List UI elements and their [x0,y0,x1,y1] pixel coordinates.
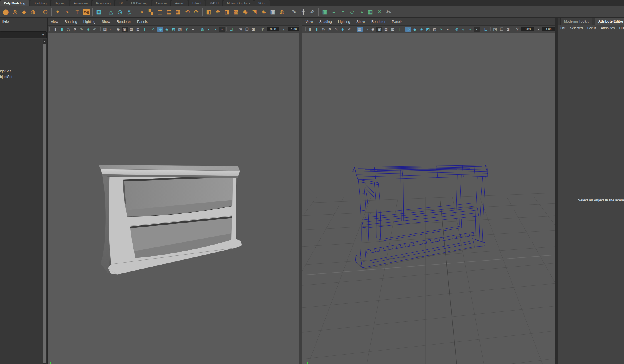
shelf-tab-rendering[interactable]: Rendering [92,0,115,6]
ae-menu-list[interactable]: List [558,26,568,30]
combine-icon[interactable]: ◑ [137,8,146,16]
toolbar-grip[interactable] [49,27,51,31]
gate-mask-icon[interactable]: ▣ [122,27,128,32]
circularize-icon[interactable]: ◉ [241,8,250,16]
platonic-solid-icon[interactable]: ⌬ [41,8,50,16]
isolate-select-icon[interactable]: ☐ [483,27,489,32]
uv-planar-projection-icon[interactable]: ▣ [320,8,329,16]
shelf-tab-fx[interactable]: FX [115,0,127,6]
crop-region-icon[interactable]: ⊠ [250,27,256,32]
wireframe-on-shaded-icon[interactable]: ◩ [170,27,176,32]
shadows-icon[interactable]: ● [190,27,196,32]
camera-attributes-icon[interactable]: ◎ [65,27,71,32]
gamma-icon[interactable]: ◑ [535,27,541,32]
uv-cylindrical-projection-icon[interactable]: ◒ [330,8,338,16]
outliner-item[interactable]: ightSet [0,69,11,73]
motion-blur-icon[interactable]: ◐ [460,27,466,32]
reset-transform-icon[interactable]: ◷ [116,8,124,16]
construction-plane-icon[interactable]: △ [107,8,115,16]
fog-icon[interactable]: ◖ [212,27,218,32]
paint-brush-icon[interactable]: ✐ [346,27,352,32]
outliner-scrollbar[interactable]: ▲ [43,39,47,364]
viewport-menu-shading[interactable]: Shading [316,20,335,24]
shelf-tab-poly-modeling[interactable]: Poly Modeling [0,0,29,6]
camera-icon[interactable]: ▮ [52,27,58,32]
xray-icon[interactable]: ▨ [432,27,438,32]
viewport-canvas-wireframe[interactable] [302,33,555,364]
shelf-tab-mash[interactable]: MASH [206,0,223,6]
motion-blur-icon[interactable]: ◐ [206,27,212,32]
bevel-icon[interactable]: ❖ [214,8,222,16]
bookmark-icon[interactable]: ⚑ [72,27,78,32]
svg-tool-icon[interactable]: svg [82,8,91,16]
safe-action-icon[interactable]: ⊡ [135,27,141,32]
panel-divider[interactable] [555,18,558,364]
sphere-grid-icon[interactable]: ◍ [278,8,286,16]
shelf-tab-xgen[interactable]: XGen [254,0,270,6]
isolate-select-icon[interactable]: ☐ [228,27,234,32]
retopologize-icon[interactable]: ⟲ [183,8,192,16]
ae-menu-focus[interactable]: Focus [585,26,599,30]
append-polygon-icon[interactable]: ▨ [232,8,240,16]
exposure-icon[interactable]: ✳ [514,27,520,32]
average-vertices-icon[interactable]: ◈ [259,8,268,16]
exposure-icon[interactable]: ✳ [260,27,266,32]
outliner-item[interactable]: bjectSet [0,75,12,79]
viewport-divider[interactable] [299,18,302,364]
ambient-occlusion-icon[interactable]: ◍ [199,27,205,32]
grid-icon[interactable]: ▦ [102,27,108,32]
outliner-list[interactable]: ightSetbjectSet ▲ [0,39,47,364]
film-gate-icon[interactable]: ▭ [363,27,369,32]
shelf-tab-arnold[interactable]: Arnold [171,0,188,6]
ae-menu-selected[interactable]: Selected [568,26,585,30]
viewport-menu-show[interactable]: Show [99,20,113,24]
curves-star-icon[interactable]: ✦ [53,8,62,16]
toolbar-grip[interactable] [354,27,355,31]
gamma-field[interactable]: 1.00 [542,27,555,31]
viewport-menu-show[interactable]: Show [353,20,368,24]
toolbar-grip[interactable] [99,27,101,31]
object-transparency-icon[interactable]: ❐ [499,27,505,32]
poly-sphere-icon[interactable]: ⬤ [1,8,10,16]
viewport-menu-panels[interactable]: Panels [389,20,406,24]
quad-draw-icon[interactable]: ✎ [290,8,298,16]
viewport-menu-renderer[interactable]: Renderer [113,20,134,24]
ae-menu-attributes[interactable]: Attributes [599,26,617,30]
wireframe-cube-icon[interactable]: ◇ [405,27,411,32]
lights-icon[interactable]: ☀ [184,27,190,32]
uv-stitch-needle-icon[interactable]: ✄ [384,8,393,16]
textured-cube-icon[interactable]: ◈ [164,27,170,32]
viewport-menu-renderer[interactable]: Renderer [368,20,389,24]
bridge-icon[interactable]: ◨ [223,8,231,16]
zoom-region-icon[interactable]: ✚ [85,27,91,32]
textured-cube-icon[interactable]: ◈ [418,27,424,32]
shadows-icon[interactable]: ● [445,27,451,32]
uv-contour-stretch-icon[interactable]: ∿ [357,8,366,16]
gamma-field[interactable]: 1.00 [288,27,300,31]
resolution-gate-icon[interactable]: ◉ [370,27,376,32]
mirror-icon[interactable]: ◫ [155,8,164,16]
safe-title-icon[interactable]: T [396,27,402,32]
extrude-icon[interactable]: ◧ [204,8,213,16]
film-gate-icon[interactable]: ▭ [109,27,115,32]
camera-lock-icon[interactable]: ▮ [314,27,320,32]
field-chart-icon[interactable]: ⊞ [128,27,134,32]
toolbar-grip[interactable] [304,27,306,31]
shelf-tab-sculpting[interactable]: Sculpting [30,0,51,6]
wireframe-color-icon[interactable]: ◳ [237,27,243,32]
fog-icon[interactable]: ◖ [467,27,473,32]
gamma-icon[interactable]: ◑ [280,27,286,32]
annotate-pencil-icon[interactable]: ✎ [333,27,339,32]
annotate-pencil-icon[interactable]: ✎ [79,27,85,32]
scrollbar-thumb[interactable] [43,44,46,363]
lights-icon[interactable]: ☀ [438,27,444,32]
type-tool-icon[interactable]: T [73,8,81,16]
viewport-canvas-shaded[interactable] [48,33,299,364]
shelf-tab-animation[interactable]: Animation [70,0,92,6]
viewport-menu-view[interactable]: View [302,20,316,24]
ambient-occlusion-icon[interactable]: ◍ [454,27,460,32]
object-transparency-icon[interactable]: ❐ [244,27,250,32]
uv-automatic-projection-icon[interactable]: ◇ [348,8,356,16]
viewport-menu-lighting[interactable]: Lighting [80,20,99,24]
poly-torus-icon[interactable]: ◎ [11,8,19,16]
